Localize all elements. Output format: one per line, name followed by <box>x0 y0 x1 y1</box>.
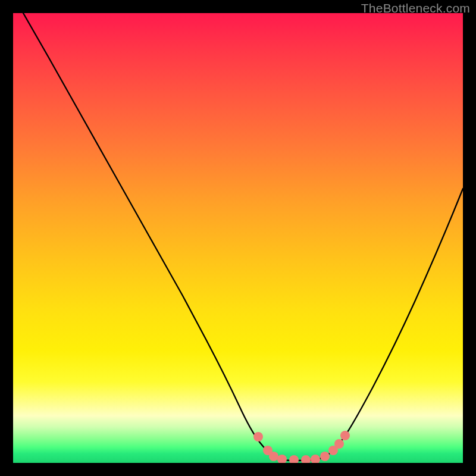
svg-point-7 <box>320 452 330 461</box>
svg-point-5 <box>301 455 311 463</box>
svg-point-6 <box>311 455 320 463</box>
svg-point-4 <box>289 455 299 463</box>
highlight-dots <box>253 431 350 463</box>
bottleneck-curve <box>23 13 463 461</box>
curve-layer <box>13 13 463 463</box>
plot-area <box>13 13 463 463</box>
svg-point-10 <box>340 431 350 440</box>
watermark-text: TheBottleneck.com <box>361 1 470 15</box>
svg-point-9 <box>334 439 344 449</box>
svg-point-3 <box>277 455 287 463</box>
chart-frame: TheBottleneck.com <box>0 0 476 476</box>
svg-point-0 <box>253 432 263 441</box>
svg-point-2 <box>269 452 278 461</box>
